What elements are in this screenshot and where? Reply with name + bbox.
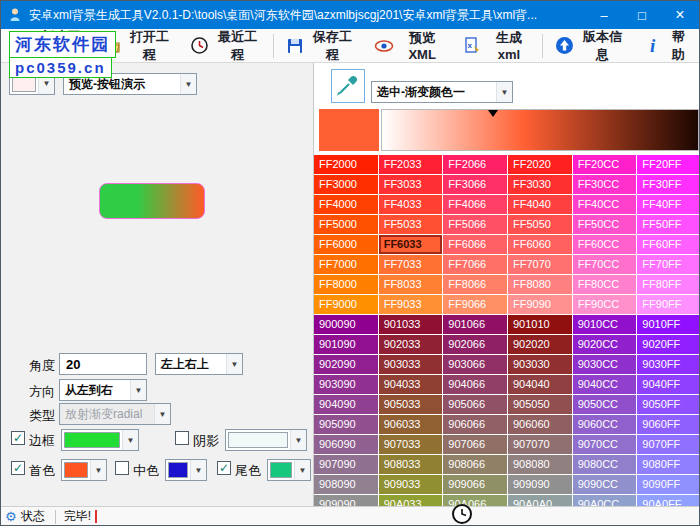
- color-cell[interactable]: 908066: [443, 455, 507, 474]
- color-cell[interactable]: 908033: [379, 455, 443, 474]
- color-cell[interactable]: FF2020: [508, 155, 572, 174]
- color-cell[interactable]: FF7070: [508, 255, 572, 274]
- recent-project-button[interactable]: 最近工程: [181, 31, 269, 61]
- color-cell[interactable]: 90A0FF: [637, 495, 700, 506]
- border-checkbox[interactable]: ✓: [11, 431, 25, 445]
- color-cell[interactable]: 907033: [379, 435, 443, 454]
- color-cell[interactable]: FF9066: [443, 295, 507, 314]
- color-cell[interactable]: 900090: [314, 315, 378, 334]
- middle-color-combo[interactable]: ▼: [165, 459, 207, 481]
- color-cell[interactable]: FF40CC: [573, 195, 637, 214]
- color-cell[interactable]: 9030CC: [573, 355, 637, 374]
- color-cell[interactable]: 908080: [508, 455, 572, 474]
- color-cell[interactable]: 9020CC: [573, 335, 637, 354]
- color-cell[interactable]: 906033: [379, 415, 443, 434]
- color-cell[interactable]: 907090: [314, 455, 378, 474]
- color-cell[interactable]: FF90CC: [573, 295, 637, 314]
- color-cell[interactable]: 9010CC: [573, 315, 637, 334]
- color-cell[interactable]: FF5000: [314, 215, 378, 234]
- help-button[interactable]: i 帮助: [635, 31, 700, 61]
- color-cell[interactable]: 9030FF: [637, 355, 700, 374]
- color-cell[interactable]: FF20CC: [573, 155, 637, 174]
- color-cell[interactable]: FF3066: [443, 175, 507, 194]
- color-cell[interactable]: 902066: [443, 335, 507, 354]
- color-cell[interactable]: FF20FF: [637, 155, 700, 174]
- color-cell[interactable]: FF6066: [443, 235, 507, 254]
- color-cell[interactable]: 903066: [443, 355, 507, 374]
- color-cell[interactable]: 909090: [508, 475, 572, 494]
- color-cell[interactable]: 9050CC: [573, 395, 637, 414]
- color-cell[interactable]: 90A033: [379, 495, 443, 506]
- color-cell[interactable]: 9090FF: [637, 475, 700, 494]
- color-cell[interactable]: FF2000: [314, 155, 378, 174]
- color-cell[interactable]: 904090: [314, 395, 378, 414]
- color-cell[interactable]: FF30FF: [637, 175, 700, 194]
- color-cell[interactable]: 902033: [379, 335, 443, 354]
- color-cell[interactable]: FF8080: [508, 275, 572, 294]
- color-cell[interactable]: 908090: [314, 475, 378, 494]
- color-cell[interactable]: 9010FF: [637, 315, 700, 334]
- save-project-button[interactable]: 保存工程: [277, 31, 365, 61]
- minimize-button[interactable]: –: [585, 1, 623, 29]
- color-cell[interactable]: 902090: [314, 355, 378, 374]
- color-cell[interactable]: 909033: [379, 475, 443, 494]
- color-cell[interactable]: 9060FF: [637, 415, 700, 434]
- generate-xml-button[interactable]: x 生成xml: [454, 31, 539, 61]
- border-color-combo[interactable]: ▼: [61, 429, 139, 451]
- color-cell[interactable]: 903030: [508, 355, 572, 374]
- color-cell[interactable]: FF90FF: [637, 295, 700, 314]
- maximize-button[interactable]: □: [623, 1, 661, 29]
- color-cell[interactable]: 909090: [314, 495, 378, 506]
- color-cell[interactable]: FF3000: [314, 175, 378, 194]
- color-cell[interactable]: FF3033: [379, 175, 443, 194]
- gradient-select-combo[interactable]: 选中-渐变颜色一 ▼: [371, 81, 513, 103]
- color-cell[interactable]: 905050: [508, 395, 572, 414]
- gradient-bar[interactable]: [381, 109, 699, 151]
- color-cell[interactable]: 9070CC: [573, 435, 637, 454]
- color-cell[interactable]: FF6060: [508, 235, 572, 254]
- angle-preset-combo[interactable]: 左上右上 ▼: [155, 353, 243, 375]
- color-cell[interactable]: FF50FF: [637, 215, 700, 234]
- color-cell[interactable]: 9020FF: [637, 335, 700, 354]
- color-cell[interactable]: FF9033: [379, 295, 443, 314]
- color-cell[interactable]: FF7066: [443, 255, 507, 274]
- preview-xml-button[interactable]: 预览XML: [365, 31, 455, 61]
- color-cell[interactable]: 904066: [443, 375, 507, 394]
- color-cell[interactable]: FF8033: [379, 275, 443, 294]
- color-cell[interactable]: FF4066: [443, 195, 507, 214]
- color-cell[interactable]: 904033: [379, 375, 443, 394]
- color-cell[interactable]: 905033: [379, 395, 443, 414]
- color-cell[interactable]: 904040: [508, 375, 572, 394]
- color-cell[interactable]: 9040CC: [573, 375, 637, 394]
- color-cell[interactable]: FF6000: [314, 235, 378, 254]
- color-cell[interactable]: FF8000: [314, 275, 378, 294]
- color-cell[interactable]: 90A0CC: [573, 495, 637, 506]
- color-cell[interactable]: 906060: [508, 415, 572, 434]
- color-cell[interactable]: 903090: [314, 375, 378, 394]
- shadow-color-combo[interactable]: ▼: [225, 429, 307, 451]
- color-cell[interactable]: FF9000: [314, 295, 378, 314]
- color-cell[interactable]: FF60CC: [573, 235, 637, 254]
- color-cell[interactable]: 9070FF: [637, 435, 700, 454]
- color-cell[interactable]: 9060CC: [573, 415, 637, 434]
- shadow-checkbox[interactable]: [175, 431, 189, 445]
- color-cell[interactable]: FF2066: [443, 155, 507, 174]
- color-cell[interactable]: FF5050: [508, 215, 572, 234]
- color-cell[interactable]: FF80CC: [573, 275, 637, 294]
- color-cell[interactable]: 901066: [443, 315, 507, 334]
- tail-color-combo[interactable]: ▼: [267, 459, 311, 481]
- color-cell[interactable]: FF40FF: [637, 195, 700, 214]
- color-cell[interactable]: FF6033: [379, 235, 443, 254]
- color-cell[interactable]: 909066: [443, 475, 507, 494]
- color-cell[interactable]: 902020: [508, 335, 572, 354]
- first-color-combo[interactable]: ▼: [61, 459, 107, 481]
- color-cell[interactable]: 901090: [314, 335, 378, 354]
- color-cell[interactable]: 906090: [314, 435, 378, 454]
- color-cell[interactable]: 907066: [443, 435, 507, 454]
- color-cell[interactable]: 906066: [443, 415, 507, 434]
- color-cell[interactable]: FF70CC: [573, 255, 637, 274]
- color-cell[interactable]: 903033: [379, 355, 443, 374]
- color-cell[interactable]: 90A0A0: [508, 495, 572, 506]
- color-cell[interactable]: FF3030: [508, 175, 572, 194]
- color-cell[interactable]: 901033: [379, 315, 443, 334]
